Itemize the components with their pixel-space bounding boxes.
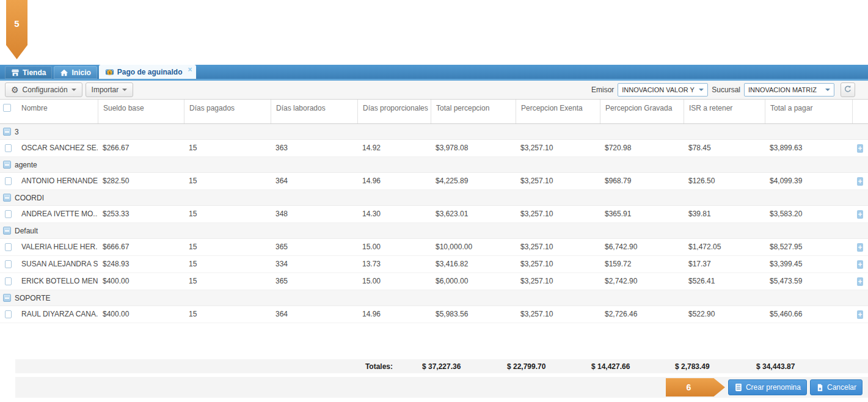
collapse-group-icon[interactable] xyxy=(3,161,11,169)
gear-icon: ⚙ xyxy=(11,86,19,94)
cell-percepcion-exenta: $3,257.10 xyxy=(516,256,600,272)
expand-cell xyxy=(852,173,868,189)
cell-isr-a-retener: $526.41 xyxy=(684,273,765,290)
collapse-group-icon[interactable] xyxy=(3,194,11,202)
emisor-label: Emisor xyxy=(591,86,614,94)
configuracion-label: Configuración xyxy=(23,86,68,94)
close-tab-icon[interactable] xyxy=(188,65,192,74)
tab-pago-de-aguinaldo[interactable]: $ Pago de aguinaldo xyxy=(99,65,196,79)
header-percepcion-gravada[interactable]: Percepcion Gravada xyxy=(600,100,684,123)
cell-nombre: ANDREA IVETTE MO... xyxy=(16,206,98,222)
cell-nombre: RAUL DIYARZA CANA... xyxy=(16,306,98,323)
table-header-row: Nombre Sueldo base Días pagados Días lab… xyxy=(0,100,868,124)
tab-inicio-label: Inicio xyxy=(71,68,90,77)
cell-sueldo-base: $400.00 xyxy=(98,273,184,290)
table-row[interactable]: SUSAN ALEJANDRA S... $248.93 15 334 13.7… xyxy=(0,256,868,273)
cell-dias-proporcionales: 14.30 xyxy=(357,206,431,222)
isr-a-retener-sum: $ 2,783.49 xyxy=(675,362,756,371)
row-checkbox[interactable] xyxy=(5,310,12,318)
expand-row-icon[interactable] xyxy=(857,210,863,219)
row-checkbox[interactable] xyxy=(5,144,12,152)
row-checkbox-cell xyxy=(0,239,16,255)
cell-total-a-pagar: $4,099.39 xyxy=(765,173,852,189)
tab-tienda[interactable]: Tienda xyxy=(5,66,52,79)
expand-cell xyxy=(852,140,868,156)
header-isr-a-retener[interactable]: ISR a retener xyxy=(684,100,765,123)
expand-cell xyxy=(852,256,868,272)
cell-total-percepcion: $5,983.56 xyxy=(431,306,516,323)
importar-label: Importar xyxy=(92,86,119,94)
emisor-value: INNOVACION VALOR Y DE xyxy=(622,86,695,93)
chevron-down-icon xyxy=(825,89,830,91)
cell-sueldo-base: $266.67 xyxy=(98,140,184,156)
cell-dias-laborados: 365 xyxy=(271,273,357,290)
cancelar-button[interactable]: Cancelar xyxy=(810,379,863,395)
tab-inicio[interactable]: Inicio xyxy=(54,66,97,79)
header-total-percepcion[interactable]: Total percepcion xyxy=(431,100,516,123)
configuracion-button[interactable]: ⚙ Configuración xyxy=(5,82,82,97)
cancelar-label: Cancelar xyxy=(827,383,856,392)
pago-de-aguinaldo-screen: 5 Tienda Inicio $ Pago de aguinaldo ⚙ Co xyxy=(0,0,868,402)
cell-percepcion-gravada: $720.98 xyxy=(600,140,684,156)
expand-row-icon[interactable] xyxy=(857,177,863,186)
cell-percepcion-exenta: $3,257.10 xyxy=(516,206,600,222)
row-checkbox[interactable] xyxy=(5,210,12,218)
cell-dias-proporcionales: 15.00 xyxy=(357,273,431,290)
cell-dias-laborados: 334 xyxy=(271,256,357,272)
cell-dias-pagados: 15 xyxy=(184,256,271,272)
crear-prenomina-button[interactable]: Crear prenomina xyxy=(728,379,807,395)
row-checkbox[interactable] xyxy=(5,177,12,185)
row-checkbox-cell xyxy=(0,256,16,272)
header-dias-pagados[interactable]: Días pagados xyxy=(184,100,271,123)
row-checkbox[interactable] xyxy=(5,277,12,285)
chevron-down-icon xyxy=(71,89,76,91)
cell-isr-a-retener: $78.45 xyxy=(684,140,765,156)
expand-row-icon[interactable] xyxy=(857,144,863,153)
cell-sueldo-base: $248.93 xyxy=(98,256,184,272)
table-row[interactable]: OSCAR SANCHEZ SE... $266.67 15 363 14.92… xyxy=(0,140,868,157)
row-checkbox[interactable] xyxy=(5,243,12,251)
header-sueldo-base[interactable]: Sueldo base xyxy=(98,100,184,123)
cell-dias-proporcionales: 14.92 xyxy=(357,140,431,156)
step-6-badge: 6 xyxy=(666,378,725,397)
collapse-group-icon[interactable] xyxy=(3,294,11,302)
cell-percepcion-exenta: $3,257.10 xyxy=(516,273,600,290)
cell-dias-pagados: 15 xyxy=(184,206,271,222)
table-row[interactable]: ERICK BOTELLO MEN... $400.00 15 365 15.0… xyxy=(0,273,868,290)
header-dias-laborados[interactable]: Días laborados xyxy=(271,100,357,123)
expand-row-icon[interactable] xyxy=(857,277,863,286)
cell-dias-laborados: 363 xyxy=(271,140,357,156)
row-checkbox[interactable] xyxy=(5,260,12,268)
chevron-down-icon xyxy=(699,89,704,91)
cell-total-percepcion: $6,000.00 xyxy=(431,273,516,290)
expand-cell xyxy=(852,239,868,255)
expand-row-icon[interactable] xyxy=(857,260,863,269)
header-total-a-pagar[interactable]: Total a pagar xyxy=(765,100,852,123)
cell-percepcion-exenta: $3,257.10 xyxy=(516,173,600,189)
cell-total-a-pagar: $8,527.95 xyxy=(765,239,852,255)
header-percepcion-exenta[interactable]: Percepcion Exenta xyxy=(516,100,600,123)
expand-cell xyxy=(852,306,868,323)
sucursal-select[interactable]: INNOVACION MATRIZ xyxy=(744,83,834,97)
table-row[interactable]: ANDREA IVETTE MO... $253.33 15 348 14.30… xyxy=(0,206,868,223)
collapse-group-icon[interactable] xyxy=(3,128,11,136)
emisor-select[interactable]: INNOVACION VALOR Y DE xyxy=(618,83,708,97)
table-row[interactable]: RAUL DIYARZA CANA... $400.00 15 364 14.9… xyxy=(0,306,868,323)
toolbar: ⚙ Configuración Importar Emisor INNOVACI… xyxy=(0,81,868,100)
collapse-group-icon[interactable] xyxy=(3,227,11,235)
expand-row-icon[interactable] xyxy=(857,310,863,319)
header-dias-proporcionales[interactable]: Días proporcionales xyxy=(357,100,431,123)
importar-button[interactable]: Importar xyxy=(86,82,134,97)
refresh-button[interactable] xyxy=(841,82,855,97)
cell-dias-laborados: 364 xyxy=(271,306,357,323)
totals-bar: Totales: $ 37,227.36 $ 22,799.70 $ 14,42… xyxy=(15,359,868,373)
table-row[interactable]: VALERIA HELUE HER... $666.67 15 365 15.0… xyxy=(0,239,868,256)
expand-cell xyxy=(852,206,868,222)
header-nombre[interactable]: Nombre xyxy=(16,100,98,123)
cell-percepcion-gravada: $365.91 xyxy=(600,206,684,222)
emitter-controls: Emisor INNOVACION VALOR Y DE Sucursal IN… xyxy=(591,82,855,97)
expand-row-icon[interactable] xyxy=(857,243,863,252)
table-row[interactable]: ANTONIO HERNANDE... $282.50 15 364 14.96… xyxy=(0,173,868,190)
cell-percepcion-gravada: $968.79 xyxy=(600,173,684,189)
select-all-checkbox[interactable] xyxy=(3,104,11,112)
